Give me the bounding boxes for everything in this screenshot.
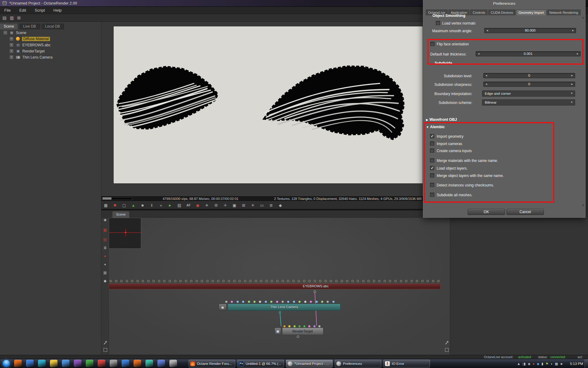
lock-view-icon[interactable]: ◆: [277, 202, 283, 208]
prefs-tab-cuda-devices[interactable]: CUDA Devices: [488, 10, 515, 15]
node-input-pin[interactable]: [153, 280, 155, 282]
node-input-pin[interactable]: [416, 280, 418, 282]
slider-decrement-icon[interactable]: ◄: [477, 52, 480, 56]
tree-row-camera[interactable]: + Thin Lens Camera: [0, 54, 101, 60]
node-input-pin[interactable]: [244, 280, 246, 282]
tree-expander[interactable]: +: [10, 43, 13, 47]
node-input-pin[interactable]: [298, 301, 301, 303]
taskbar-button-photoshop[interactable]: Untitled-1 @ 66.7% (...: [237, 360, 284, 367]
tray-battery-icon[interactable]: ▮: [541, 359, 543, 368]
node-input-pin[interactable]: [362, 280, 364, 282]
tray-volume-icon[interactable]: ◗: [551, 359, 553, 368]
node-input-pin[interactable]: [255, 280, 257, 282]
import-cameras-checkbox[interactable]: [430, 141, 434, 146]
quicklaunch-app-icon[interactable]: [50, 360, 58, 367]
tree-expander[interactable]: −: [4, 31, 7, 34]
node-input-pin[interactable]: [222, 280, 224, 282]
node-input-pin[interactable]: [283, 325, 286, 328]
abort-render-icon[interactable]: ✖: [112, 202, 118, 208]
node-input-pin[interactable]: [318, 325, 321, 328]
node-input-pin[interactable]: [142, 280, 144, 282]
node-input-pin[interactable]: [319, 280, 321, 282]
boundary-interpolation-dropdown[interactable]: Edge and corner ▼: [482, 90, 575, 97]
node-input-pin[interactable]: [373, 280, 375, 282]
node-input-pin[interactable]: [378, 280, 380, 282]
nodegraph-editor[interactable]: Scene ✚ ▦ ▤ ≣ ● ● ▦ ◆ EYEBROWS.abc ◉: [101, 210, 450, 355]
camera-output-pin[interactable]: [279, 311, 281, 313]
node-input-pin[interactable]: [158, 280, 160, 282]
outliner-tab-livedb[interactable]: Live DB: [19, 24, 40, 29]
node-input-pin[interactable]: [185, 280, 187, 282]
node-input-pin[interactable]: [163, 280, 165, 282]
detect-instances-checkbox[interactable]: [430, 183, 434, 187]
node-eyebrows[interactable]: [109, 284, 441, 289]
node-input-pin[interactable]: [212, 280, 214, 282]
node-input-pin[interactable]: [236, 301, 239, 303]
inspector-settings-wrench-icon[interactable]: [445, 340, 449, 345]
copy-image-icon[interactable]: ▣: [232, 202, 237, 208]
quicklaunch-app-icon[interactable]: [74, 360, 81, 367]
node-input-pin[interactable]: [260, 280, 262, 282]
node-input-pin[interactable]: [400, 280, 402, 282]
tree-expander[interactable]: +: [10, 56, 13, 59]
node-input-pin[interactable]: [335, 280, 337, 282]
fit-view-icon[interactable]: ▢: [121, 202, 127, 208]
quicklaunch-app-icon[interactable]: [169, 360, 177, 367]
node-input-pin[interactable]: [249, 280, 251, 282]
node-input-pin[interactable]: [405, 280, 407, 282]
node-input-pin[interactable]: [303, 280, 305, 282]
outliner-tab-localdb[interactable]: Local DB: [41, 24, 64, 29]
import-geometry-checkbox[interactable]: [430, 134, 434, 138]
tray-display-icon[interactable]: ◨: [522, 359, 526, 368]
render-priority-icon[interactable]: ✈: [204, 202, 210, 208]
tray-action-center-icon[interactable]: ⚑: [545, 359, 548, 368]
node-input-pin[interactable]: [308, 325, 311, 328]
node-input-pin[interactable]: [432, 280, 434, 282]
scroll-down-icon[interactable]: ▼: [582, 204, 585, 207]
nodegraph-medium-icon[interactable]: ●: [103, 254, 107, 259]
subdivide-all-meshes-checkbox[interactable]: [430, 193, 434, 197]
rendertarget-output-pin[interactable]: [297, 335, 299, 338]
node-input-pin[interactable]: [427, 280, 429, 282]
tray-sync-icon[interactable]: ◆: [537, 359, 539, 368]
subdivision-scheme-dropdown[interactable]: Bilinear ▼: [482, 99, 575, 105]
node-input-pin[interactable]: [265, 301, 267, 303]
prefs-tab-geometry-import[interactable]: Geometry Import: [516, 10, 546, 15]
menu-file[interactable]: File: [0, 7, 15, 14]
quicklaunch-app-icon[interactable]: [98, 360, 105, 367]
node-input-pin[interactable]: [179, 280, 182, 282]
subdivide-header[interactable]: Subdivide: [435, 61, 452, 65]
prefs-tab-network-rendering[interactable]: Network Rendering: [547, 10, 581, 15]
quicklaunch-app-icon[interactable]: [145, 360, 153, 367]
node-input-pin[interactable]: [326, 301, 329, 303]
tree-row-eyebrows[interactable]: + ▤ EYEBROWS.abc: [0, 42, 101, 48]
save-icon[interactable]: ⊞: [17, 14, 21, 22]
node-input-pin[interactable]: [368, 280, 370, 282]
node-input-pin[interactable]: [115, 280, 117, 282]
tree-row-rendertarget[interactable]: + ▣ RenderTarget: [0, 48, 101, 54]
film-settings-icon[interactable]: ≣: [268, 202, 274, 208]
merge-materials-checkbox[interactable]: [430, 158, 434, 163]
prefs-tab-controls[interactable]: Controls: [470, 10, 488, 15]
node-input-pin[interactable]: [233, 280, 236, 282]
node-input-pin[interactable]: [239, 280, 241, 282]
tray-security-icon[interactable]: ●: [533, 359, 535, 368]
max-smooth-angle-slider[interactable]: ◄ 90.000 ►: [484, 28, 576, 33]
eyebrows-output-pin[interactable]: [314, 290, 316, 293]
tray-update-icon[interactable]: ◈: [528, 359, 530, 368]
node-input-pin[interactable]: [206, 280, 209, 282]
node-input-pin[interactable]: [228, 280, 230, 282]
node-input-pin[interactable]: [174, 280, 176, 282]
render-region-icon[interactable]: ⊞: [241, 202, 247, 208]
nodegraph-materials-icon[interactable]: ▦: [103, 228, 107, 232]
slider-increment-icon[interactable]: ►: [576, 52, 579, 56]
tree-expander[interactable]: +: [10, 37, 13, 40]
taskbar-clock[interactable]: 5:13 PM: [570, 359, 583, 368]
tree-row-diffuse-material[interactable]: + Diffuse Material: [0, 36, 101, 42]
taskbar-button-octane-forum[interactable]: Octane Render Foru...: [189, 360, 235, 367]
node-rendertarget-icon[interactable]: ▣: [274, 328, 281, 335]
slider-increment-icon[interactable]: ►: [572, 28, 574, 33]
nodegraph-minimap[interactable]: [109, 218, 141, 249]
pause-render-icon[interactable]: ‖: [149, 202, 155, 208]
display-mode-icon[interactable]: ▤: [176, 202, 182, 208]
